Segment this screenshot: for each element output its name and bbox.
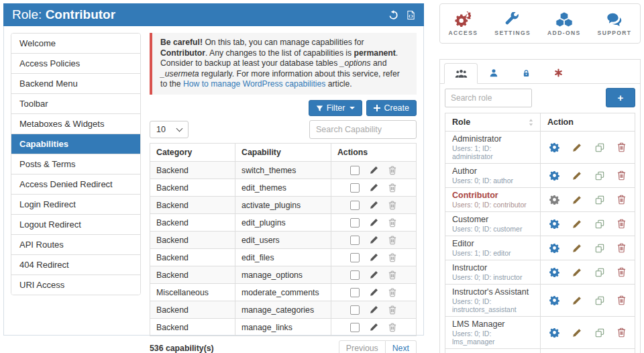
capability-checkbox[interactable] [350,183,360,193]
edit-capability-icon[interactable] [370,183,378,192]
page-size-select[interactable]: 10 [150,121,189,138]
sidebar-item[interactable]: API Routes [11,235,140,255]
nav-settings[interactable]: SETTINGS [494,11,531,36]
manage-role-icon[interactable] [549,142,559,152]
column-header-capability[interactable]: Capability [235,144,331,162]
capability-name-cell: activate_plugins [235,197,331,214]
edit-role-icon[interactable] [572,296,582,305]
clone-role-icon[interactable] [595,268,604,277]
file-code-icon[interactable] [407,10,415,20]
manage-role-icon[interactable] [549,327,559,338]
edit-role-icon[interactable] [572,195,582,205]
nav-support[interactable]: SUPPORT [598,11,632,36]
manage-role-icon[interactable] [549,170,559,181]
clone-role-icon[interactable] [595,171,604,181]
capability-checkbox[interactable] [350,270,360,280]
delete-capability-icon[interactable] [388,183,396,193]
clone-role-icon[interactable] [595,195,604,205]
capabilities-article-link[interactable]: How to manage WordPress capabilities [183,79,325,89]
delete-capability-icon[interactable] [388,253,396,262]
edit-role-icon[interactable] [572,219,582,229]
edit-role-icon[interactable] [572,328,582,338]
sidebar-item[interactable]: URI Access [11,275,140,295]
delete-capability-icon[interactable] [388,323,396,332]
delete-capability-icon[interactable] [388,236,396,245]
delete-role-icon[interactable] [617,295,626,305]
search-capability-input[interactable] [309,120,417,139]
sidebar-item[interactable]: Toolbar [11,94,140,114]
tab-default[interactable] [542,63,574,83]
edit-capability-icon[interactable] [370,166,378,174]
nav-access-label: ACCESS [449,30,478,36]
clone-role-icon[interactable] [595,244,604,253]
sidebar-item[interactable]: Capabilities [11,134,140,154]
manage-role-icon[interactable] [549,267,559,277]
edit-capability-icon[interactable] [370,288,378,297]
role-name: Administrator [452,134,533,144]
delete-role-icon[interactable] [617,327,626,338]
clone-role-icon[interactable] [595,296,604,305]
edit-role-icon[interactable] [572,171,582,181]
sidebar-item[interactable]: Access Denied Redirect [11,174,140,195]
capability-checkbox[interactable] [350,236,360,245]
capability-checkbox[interactable] [350,323,360,332]
edit-capability-icon[interactable] [370,236,378,244]
sidebar-item[interactable]: Backend Menu [11,74,140,94]
sidebar-item[interactable]: Login Redirect [11,195,140,215]
sidebar-item[interactable]: Welcome [11,34,140,54]
capability-checkbox[interactable] [350,288,360,297]
edit-capability-icon[interactable] [370,305,378,314]
delete-role-icon[interactable] [617,142,626,152]
clone-role-icon[interactable] [595,219,604,229]
clone-role-icon[interactable] [595,328,604,338]
previous-page-button[interactable]: Previous [339,340,386,353]
clone-role-icon[interactable] [595,143,604,152]
manage-role-icon[interactable] [549,243,559,253]
edit-capability-icon[interactable] [370,253,378,262]
search-role-input[interactable] [445,89,532,107]
sidebar-item[interactable]: Access Policies [11,54,140,74]
delete-capability-icon[interactable] [388,166,396,175]
edit-role-icon[interactable] [572,244,582,253]
delete-role-icon[interactable] [617,170,626,181]
create-button[interactable]: Create [366,100,417,116]
tab-visitors[interactable] [510,63,542,83]
nav-access[interactable]: ACCESS [449,11,478,36]
delete-role-icon[interactable] [617,219,626,229]
delete-capability-icon[interactable] [388,270,396,280]
manage-role-icon[interactable] [549,195,559,205]
column-header-category[interactable]: Category [150,144,235,162]
tab-users[interactable] [478,63,510,83]
manage-role-icon[interactable] [549,219,559,229]
edit-capability-icon[interactable] [370,270,378,279]
sidebar-item[interactable]: 404 Redirect [11,255,140,275]
capability-checkbox[interactable] [350,166,360,175]
next-page-button[interactable]: Next [386,340,417,353]
edit-capability-icon[interactable] [370,201,378,209]
delete-capability-icon[interactable] [388,201,396,210]
column-header-role[interactable]: Role [445,113,541,131]
sidebar-item[interactable]: Logout Redirect [11,215,140,235]
tab-roles[interactable] [444,63,478,84]
nav-addons[interactable]: ADD-ONS [547,11,580,36]
delete-role-icon[interactable] [617,267,626,277]
filter-button[interactable]: Filter [309,100,363,116]
edit-capability-icon[interactable] [370,218,378,227]
undo-icon[interactable] [388,10,398,20]
add-role-button[interactable]: + [606,88,635,107]
sidebar-item[interactable]: Metaboxes & Widgets [11,114,140,134]
delete-role-icon[interactable] [617,243,626,253]
edit-role-icon[interactable] [572,268,582,277]
edit-capability-icon[interactable] [370,323,378,332]
delete-capability-icon[interactable] [388,288,396,297]
delete-capability-icon[interactable] [388,305,396,315]
sidebar-item[interactable]: Posts & Terms [11,154,140,174]
delete-role-icon[interactable] [617,195,626,205]
delete-capability-icon[interactable] [388,218,396,228]
capability-checkbox[interactable] [350,201,360,210]
capability-checkbox[interactable] [350,218,360,228]
edit-role-icon[interactable] [572,143,582,152]
capability-checkbox[interactable] [350,305,360,315]
capability-checkbox[interactable] [350,253,360,262]
manage-role-icon[interactable] [549,295,559,305]
